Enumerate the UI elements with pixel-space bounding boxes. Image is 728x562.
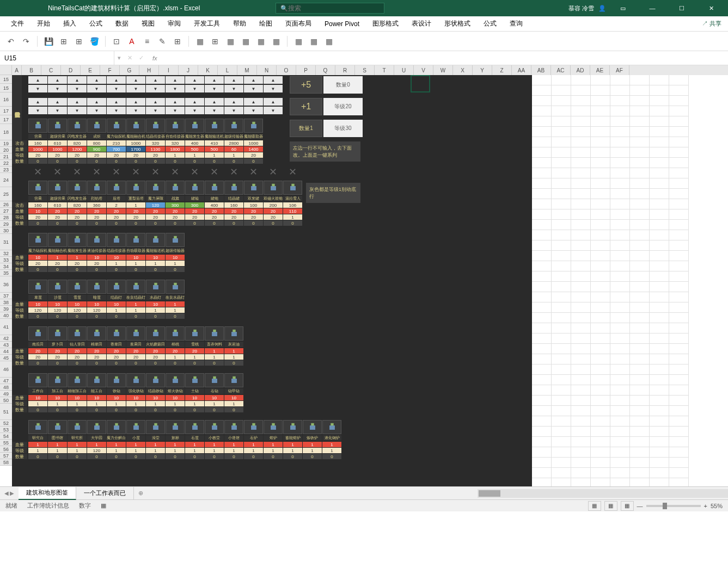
attack-value[interactable]: 1000 xyxy=(244,140,263,146)
empty-cell[interactable] xyxy=(630,406,650,416)
blood-value[interactable]: 10 xyxy=(126,395,145,400)
empty-cell[interactable] xyxy=(650,251,669,261)
qty-down-button[interactable]: ▲ xyxy=(107,98,126,106)
attack-value[interactable]: 210 xyxy=(107,140,126,146)
borders2-button[interactable]: ⊞ xyxy=(72,35,85,48)
qty-value[interactable]: 0 xyxy=(146,267,165,272)
empty-cell[interactable] xyxy=(610,158,630,168)
blood-value[interactable]: 1 xyxy=(166,442,185,447)
row-header[interactable]: 52 xyxy=(0,420,12,427)
empty-cell[interactable] xyxy=(650,302,669,313)
sheet-tab-active[interactable]: 建筑和地形图签 xyxy=(19,487,76,500)
accessibility-icon[interactable]: ▦ xyxy=(101,502,106,509)
qty0-button[interactable]: 数量0 xyxy=(323,76,363,94)
attack-value[interactable]: 1000 xyxy=(126,140,145,146)
empty-cell[interactable] xyxy=(650,385,669,396)
blood-value[interactable]: 10 xyxy=(87,255,106,260)
empty-cell[interactable] xyxy=(610,271,630,282)
qty-up-button[interactable]: ▼ xyxy=(126,85,145,92)
blood-value[interactable]: 20 xyxy=(166,348,185,354)
attack-value[interactable]: 106 xyxy=(283,202,302,208)
qty-up-button[interactable]: ▲ xyxy=(244,76,263,84)
level-value[interactable]: 1 xyxy=(146,401,165,406)
row-header[interactable]: 41 xyxy=(0,319,12,335)
empty-cell[interactable] xyxy=(610,354,630,365)
level-value[interactable]: 120 xyxy=(68,307,87,313)
empty-cell[interactable] xyxy=(532,354,552,365)
row-header[interactable]: 22 xyxy=(0,160,12,166)
qty-down-button[interactable]: ▲ xyxy=(87,98,106,106)
empty-cell[interactable] xyxy=(571,365,591,375)
empty-cell[interactable] xyxy=(552,189,571,199)
attack-value[interactable]: 200 xyxy=(264,202,283,208)
col-header[interactable]: AA xyxy=(512,65,531,75)
level-value[interactable]: 1 xyxy=(166,448,185,453)
empty-cell[interactable] xyxy=(650,344,669,354)
lvl20-button[interactable]: 等级20 xyxy=(323,98,363,115)
empty-cell[interactable] xyxy=(591,137,610,147)
level-value[interactable]: 1 xyxy=(205,152,224,158)
qty-up-button[interactable]: ▼ xyxy=(68,85,87,92)
empty-cell[interactable] xyxy=(669,458,689,468)
blood-value[interactable]: 10 xyxy=(224,395,243,400)
level-value[interactable]: 1 xyxy=(185,354,204,360)
row-header[interactable]: 45 xyxy=(0,355,12,361)
row-header[interactable]: 49 xyxy=(0,391,12,397)
empty-cell[interactable] xyxy=(552,468,571,478)
add-sheet-button[interactable]: ⊕ xyxy=(134,490,147,497)
qty-value[interactable]: 0 xyxy=(166,313,185,319)
qty-value[interactable]: 0 xyxy=(87,313,106,319)
qty-value[interactable]: 0 xyxy=(166,407,185,412)
empty-cell[interactable] xyxy=(669,116,689,127)
empty-cell[interactable] xyxy=(650,292,669,302)
name-box[interactable] xyxy=(0,51,114,65)
empty-cell[interactable] xyxy=(571,468,591,478)
zoom-level[interactable]: 55% xyxy=(711,503,723,509)
empty-cell[interactable] xyxy=(532,406,552,416)
empty-cell[interactable] xyxy=(571,209,591,220)
row-header[interactable]: 32 xyxy=(0,250,12,257)
empty-cell[interactable] xyxy=(610,396,630,406)
level-value[interactable]: 20 xyxy=(244,152,263,158)
qty-down-button[interactable]: ▼ xyxy=(244,107,263,114)
qty-value[interactable]: 0 xyxy=(107,267,126,272)
blood-value[interactable]: 10 xyxy=(185,395,204,400)
qty-value[interactable]: 0 xyxy=(146,158,165,164)
row-header[interactable]: 29 xyxy=(0,221,12,227)
qty-value[interactable]: 0 xyxy=(68,407,87,412)
qty-value[interactable]: 0 xyxy=(126,158,145,164)
attack-value[interactable]: 160 xyxy=(28,202,47,208)
qty-up-button[interactable]: ▼ xyxy=(224,85,243,92)
empty-cell[interactable] xyxy=(532,437,552,447)
qty-up-button[interactable]: ▲ xyxy=(107,76,126,84)
empty-cell[interactable] xyxy=(610,147,630,158)
fill-button[interactable]: 🪣 xyxy=(88,35,101,48)
qty-down-button[interactable]: ▼ xyxy=(264,107,283,114)
empty-cell[interactable] xyxy=(669,230,689,240)
row-header[interactable]: 42 xyxy=(0,335,12,342)
level-value[interactable]: 20 xyxy=(48,152,67,158)
empty-cell[interactable] xyxy=(552,396,571,406)
blood-value[interactable]: 20 xyxy=(107,348,126,354)
level-value[interactable]: 120 xyxy=(48,307,67,313)
qty-value[interactable]: 0 xyxy=(283,454,302,459)
empty-cell[interactable] xyxy=(552,85,571,96)
empty-cell[interactable] xyxy=(650,230,669,240)
level-value[interactable]: 1 xyxy=(205,448,224,453)
empty-cell[interactable] xyxy=(610,334,630,344)
blood-value[interactable]: 10 xyxy=(87,395,106,400)
qty-down-button[interactable]: ▼ xyxy=(28,107,47,114)
empty-cell[interactable] xyxy=(552,302,571,313)
empty-cell[interactable] xyxy=(532,344,552,354)
qty-value[interactable]: 0 xyxy=(107,220,126,226)
empty-cell[interactable] xyxy=(532,271,552,282)
qty-down-button[interactable]: ▲ xyxy=(146,98,165,106)
empty-cell[interactable] xyxy=(532,178,552,189)
empty-cell[interactable] xyxy=(630,209,650,220)
more-button[interactable]: ▦ xyxy=(322,35,335,48)
empty-cell[interactable] xyxy=(630,251,650,261)
level-value[interactable]: 20 xyxy=(28,152,47,158)
empty-cell[interactable] xyxy=(630,365,650,375)
empty-cell[interactable] xyxy=(591,85,610,96)
empty-cell[interactable] xyxy=(532,127,552,137)
